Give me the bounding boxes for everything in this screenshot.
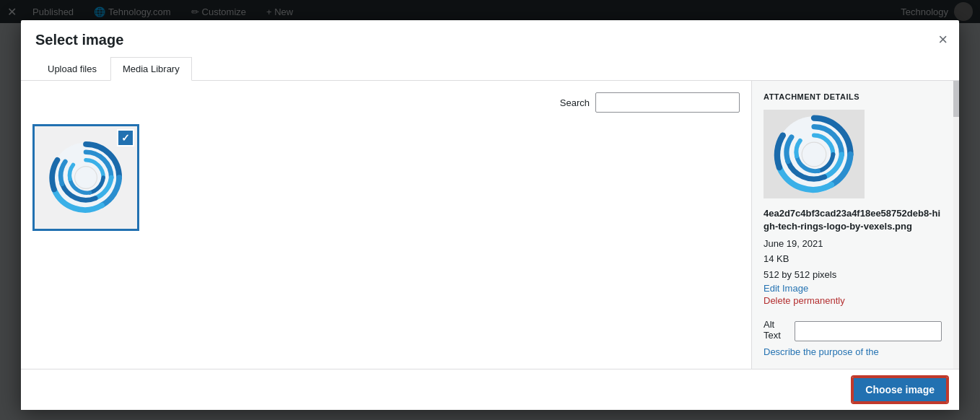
describe-purpose-link[interactable]: Describe the purpose of the [764,346,879,357]
attachment-filesize: 14 KB [764,252,942,266]
search-input[interactable] [595,92,740,113]
attachment-date: June 19, 2021 [764,237,942,251]
alt-text-input[interactable] [795,321,942,341]
sidebar-wrapper: ATTACHMENT DETAILS [751,81,959,369]
dialog-overlay: Select image Upload files Media Library … [0,0,980,420]
search-label: Search [560,97,590,108]
tab-media-library[interactable]: Media Library [110,57,192,81]
tab-upload-files[interactable]: Upload files [35,57,109,81]
search-bar: Search [32,92,740,113]
alt-text-label: Alt Text [764,319,789,341]
tech-rings-image [46,138,126,217]
selection-checkmark: ✓ [117,129,134,146]
dialog-body: Search [21,81,959,369]
attachment-details-title: ATTACHMENT DETAILS [764,92,942,101]
attachment-thumbnail [771,111,857,198]
dialog-header: Select image Upload files Media Library … [21,20,959,81]
alt-text-section: Alt Text Describe the purpose of the [764,319,942,357]
media-grid: ✓ [32,124,740,231]
svg-point-3 [802,142,826,167]
attachment-dimensions: 512 by 512 pixels [764,268,942,282]
choose-image-button[interactable]: Choose image [852,377,948,403]
scrollbar-thumb[interactable] [953,81,959,117]
scrollbar-track[interactable] [953,81,959,369]
media-area: Search [21,81,751,369]
dialog-title: Select image [35,32,193,48]
delete-permanently-link[interactable]: Delete permanently [764,295,942,306]
svg-point-1 [75,167,97,189]
dialog-footer: Choose image [21,369,959,410]
dialog-close-button[interactable]: × [938,32,948,48]
attachment-preview [764,110,865,198]
edit-image-link[interactable]: Edit Image [764,283,942,294]
media-item[interactable]: ✓ [32,124,139,231]
select-image-dialog: Select image Upload files Media Library … [21,20,959,410]
attachment-filename: 4ea2d7c4bf3cad23a4f18ee58752deb8-high-te… [764,207,942,233]
dialog-tabs: Upload files Media Library [35,57,193,81]
attachment-details-sidebar: ATTACHMENT DETAILS [751,81,953,369]
